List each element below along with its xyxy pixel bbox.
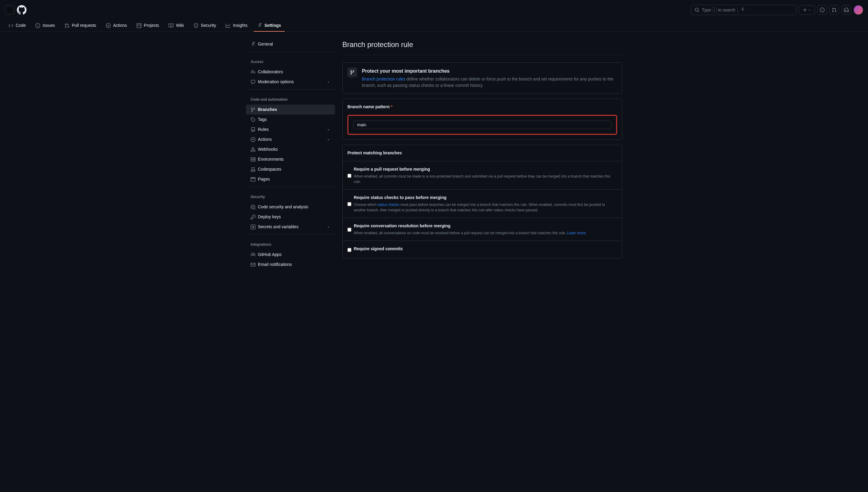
nav-issues[interactable]: Issues: [32, 20, 58, 32]
sidebar-tags[interactable]: Tags: [246, 115, 335, 124]
sidebar-general[interactable]: General: [246, 39, 335, 49]
pattern-label: Branch name pattern *: [347, 104, 617, 110]
sidebar-webhooks-label: Webhooks: [258, 146, 278, 152]
command-palette-button[interactable]: [738, 7, 748, 13]
mail-icon: [250, 262, 256, 267]
chevron-down-icon: [808, 8, 811, 11]
nav-security-label: Security: [201, 22, 216, 29]
key-asterisk-icon: [250, 225, 256, 229]
search-key-hint: /: [712, 7, 717, 13]
hamburger-menu-button[interactable]: [5, 5, 15, 15]
sidebar-code-security[interactable]: Code security and analysis: [246, 202, 335, 212]
play-icon: [106, 23, 111, 28]
shield-icon: [194, 23, 198, 28]
sidebar-email-notifications[interactable]: Email notifications: [246, 260, 335, 270]
sidebar-collaborators[interactable]: Collaborators: [246, 67, 335, 77]
people-icon: [250, 70, 256, 74]
info-description: Branch protection rules define whether c…: [362, 76, 617, 89]
notifications-button[interactable]: [841, 5, 851, 15]
sidebar-moderation-label: Moderation options: [258, 79, 294, 85]
branch-pattern-input[interactable]: [353, 121, 611, 129]
nav-insights-label: Insights: [233, 22, 247, 29]
info-title: Protect your most important branches: [362, 68, 617, 75]
nav-projects[interactable]: Projects: [133, 20, 163, 32]
rule-conversation-title: Require conversation resolution before m…: [354, 223, 586, 229]
issue-icon: [35, 23, 40, 28]
learn-more-link[interactable]: Learn more.: [567, 231, 586, 235]
sidebar-moderation[interactable]: Moderation options: [246, 77, 335, 87]
sidebar-secrets[interactable]: Secrets and variables: [246, 222, 335, 232]
sidebar-codespaces-label: Codespaces: [258, 166, 282, 172]
nav-pull-requests[interactable]: Pull requests: [61, 20, 100, 32]
pull-requests-button[interactable]: [829, 5, 839, 15]
rule-signed-commits-title: Require signed commits: [354, 246, 403, 252]
rule-status-checks-checkbox[interactable]: [347, 195, 352, 213]
rule-require-pr-desc: When enabled, all commits must be made t…: [354, 174, 617, 184]
nav-actions[interactable]: Actions: [102, 20, 130, 32]
rule-status-checks-desc: Choose which status checks must pass bef…: [354, 202, 617, 213]
pattern-input-highlight: [347, 115, 617, 135]
rule-signed-commits-checkbox[interactable]: [347, 247, 352, 253]
project-icon: [137, 23, 141, 28]
key-icon: [250, 215, 256, 219]
inbox-icon: [844, 7, 849, 13]
browser-icon: [250, 177, 256, 182]
sidebar-codespaces[interactable]: Codespaces: [246, 164, 335, 174]
sidebar-webhooks[interactable]: Webhooks: [246, 144, 335, 154]
info-link[interactable]: Branch protection rules: [362, 77, 405, 81]
rule-status-checks: Require status checks to pass before mer…: [343, 190, 622, 218]
sidebar-rules-label: Rules: [258, 126, 269, 133]
search-input[interactable]: Type / to search: [691, 5, 796, 15]
nav-settings[interactable]: Settings: [254, 20, 285, 32]
hamburger-icon: [7, 7, 12, 13]
user-avatar[interactable]: [853, 5, 863, 15]
sidebar-secrets-label: Secrets and variables: [258, 224, 298, 230]
sidebar-actions[interactable]: Actions: [246, 134, 335, 144]
create-new-button[interactable]: [799, 5, 815, 15]
sidebar-integrations-title: Integrations: [246, 239, 335, 250]
rule-require-pr: Require a pull request before merging Wh…: [343, 161, 622, 190]
sidebar-actions-label: Actions: [258, 136, 272, 143]
pull-request-icon: [832, 7, 837, 13]
sidebar-email-notifications-label: Email notifications: [258, 262, 292, 268]
nav-insights[interactable]: Insights: [222, 20, 251, 32]
nav-wiki-label: Wiki: [176, 22, 184, 29]
sidebar-automation-title: Code and automation: [246, 94, 335, 105]
sidebar-deploy-keys[interactable]: Deploy keys: [246, 212, 335, 222]
sidebar-collaborators-label: Collaborators: [258, 69, 283, 75]
issues-button[interactable]: [817, 5, 827, 15]
sidebar-branches[interactable]: Branches: [246, 105, 335, 115]
github-logo[interactable]: [17, 5, 27, 15]
codespaces-icon: [250, 167, 256, 172]
sidebar-github-apps-label: GitHub Apps: [258, 251, 282, 258]
search-icon: [695, 7, 699, 13]
sidebar-environments-label: Environments: [258, 156, 284, 163]
hubot-icon: [250, 252, 256, 257]
gear-icon: [257, 23, 262, 28]
rule-conversation-checkbox[interactable]: [347, 224, 352, 236]
status-checks-link[interactable]: status checks: [378, 203, 400, 207]
sidebar-rules[interactable]: Rules: [246, 124, 335, 134]
branch-icon: [350, 70, 355, 75]
nav-settings-label: Settings: [265, 22, 281, 29]
page-title: Branch protection rule: [342, 39, 622, 50]
required-indicator: *: [391, 104, 392, 109]
command-palette-icon: [741, 7, 745, 11]
plus-icon: [802, 7, 807, 13]
rules-box: Protect matching branches Require a pull…: [342, 145, 622, 259]
code-icon: [8, 23, 13, 28]
sidebar-github-apps[interactable]: GitHub Apps: [246, 250, 335, 260]
sidebar-pages[interactable]: Pages: [246, 174, 335, 184]
nav-code[interactable]: Code: [5, 20, 29, 32]
rule-status-checks-title: Require status checks to pass before mer…: [354, 194, 617, 201]
nav-security[interactable]: Security: [190, 20, 220, 32]
rule-require-pr-checkbox[interactable]: [347, 167, 352, 184]
sidebar-environments[interactable]: Environments: [246, 154, 335, 164]
nav-wiki[interactable]: Wiki: [165, 20, 187, 32]
search-placeholder-prefix: Type: [702, 7, 711, 13]
nav-code-label: Code: [16, 22, 26, 29]
nav-actions-label: Actions: [113, 22, 127, 29]
rule-conversation-resolution: Require conversation resolution before m…: [343, 218, 622, 241]
repo-icon: [250, 127, 256, 132]
sidebar-deploy-keys-label: Deploy keys: [258, 214, 281, 220]
